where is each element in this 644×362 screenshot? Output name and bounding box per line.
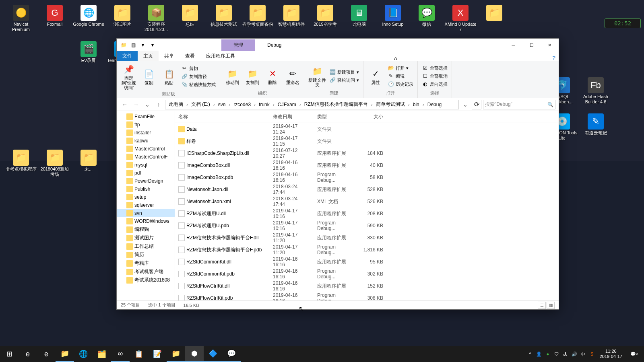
search-input[interactable]: 搜索"Debug"🔍 <box>483 100 555 109</box>
file-row[interactable]: ICSharpCode.SharpZipLib.dll2016-07-12 10… <box>175 147 559 159</box>
breadcrumb-segment[interactable]: bin <box>411 102 421 107</box>
breadcrumb[interactable]: 此电脑›文档 (E:)›svn›rzcode3›trunk›C#Exam›RZM… <box>165 100 459 109</box>
cut-button[interactable]: ✂剪切 <box>180 65 217 72</box>
tray-network-icon[interactable]: 🖧 <box>562 350 569 358</box>
qat-properties-icon[interactable]: ▥ <box>129 41 138 49</box>
tree-item[interactable]: setup <box>117 193 175 201</box>
desktop-icon[interactable]: 📁非考点模拟程序 <box>4 149 38 185</box>
breadcrumb-dropdown[interactable]: ⌄ <box>460 100 470 109</box>
minimize-button[interactable]: ─ <box>504 39 522 51</box>
file-row[interactable]: RZStdCommonKit.pdb2019-04-16 16:16Progra… <box>175 268 559 280</box>
tray-defender-icon[interactable]: 🛡 <box>553 350 560 358</box>
tree-item[interactable]: 简历 <box>117 251 175 259</box>
forward-button[interactable]: → <box>131 100 141 109</box>
file-row[interactable]: RZM信息技术操作题编辑平台F.dll2019-04-17 11:20应用程序扩… <box>175 232 559 244</box>
file-row[interactable]: RZM考试通用U.pdb2019-04-17 10:16Program Debu… <box>175 220 559 232</box>
view-large-icon[interactable]: ▦ <box>547 302 555 309</box>
tree-item[interactable]: 测试图片 <box>117 234 175 242</box>
desktop-icon[interactable]: 📁总结 <box>173 4 207 40</box>
tray-notifications[interactable]: 💬3 <box>626 346 642 362</box>
tray-overflow-icon[interactable]: ^ <box>526 350 534 358</box>
history-button[interactable]: 🕐历史记录 <box>387 80 414 88</box>
desktop-icon[interactable]: GFoxmail <box>38 4 72 40</box>
delete-button[interactable]: ✕删除 <box>264 67 281 85</box>
desktop-icon[interactable]: 💬微信 <box>410 4 444 40</box>
file-row[interactable]: RZM信息技术操作题编辑平台F.pdb2019-04-17 11:20Progr… <box>175 244 559 256</box>
desktop-icon[interactable]: 🖥此电脑 <box>342 4 376 40</box>
taskbar-wechat[interactable]: 💬 <box>222 346 241 362</box>
tree-item[interactable]: ExamFile <box>117 113 175 121</box>
taskbar-app4[interactable]: 📁 <box>167 346 185 362</box>
contextual-tab-manage[interactable]: 管理 <box>221 39 255 51</box>
tree-item[interactable]: 工作总结 <box>117 242 175 251</box>
tree-item[interactable]: PowerDesign <box>117 177 175 185</box>
taskbar-app2[interactable]: 📋 <box>130 346 148 362</box>
pin-quickaccess-button[interactable]: 📌固定到'快速访问' <box>120 63 138 90</box>
maximize-button[interactable]: ☐ <box>522 39 541 51</box>
taskbar-app1[interactable]: 🗂️ <box>93 346 111 362</box>
invertselection-button[interactable]: ◐反向选择 <box>421 80 448 88</box>
help-icon[interactable]: ? <box>552 55 555 61</box>
selectall-button[interactable]: ☑全部选择 <box>421 64 448 72</box>
selectnone-button[interactable]: ☐全部取消 <box>421 72 448 80</box>
breadcrumb-segment[interactable]: Debug <box>426 102 443 107</box>
open-button[interactable]: 📂打开 ▾ <box>387 64 414 72</box>
copy-path-button[interactable]: 🔗复制路径 <box>180 73 217 80</box>
taskbar-edge[interactable]: e <box>37 346 56 362</box>
edit-button[interactable]: ✎编辑 <box>387 72 414 80</box>
col-type[interactable]: 类型 <box>314 111 358 123</box>
breadcrumb-segment[interactable]: 此电脑 <box>167 101 185 108</box>
qat-dropdown-icon[interactable]: ▾ <box>148 41 157 49</box>
tree-item[interactable]: MasterControl <box>117 145 175 153</box>
taskbar-app5[interactable]: ⬢ <box>185 346 204 362</box>
desktop-icon[interactable]: 🎬EV录屏 <box>72 40 105 76</box>
file-row[interactable]: RZStdCommonKit.dll2019-04-16 16:16应用程序扩展… <box>175 256 559 268</box>
desktop-icon[interactable]: 📁测试图片 <box>105 4 139 40</box>
tray-ime-icon[interactable]: 中 <box>580 350 587 358</box>
tree-item[interactable]: ftp <box>117 121 175 129</box>
file-row[interactable]: Newtonsoft.Json.xml2018-03-24 17:44XML 文… <box>175 195 559 208</box>
ribbon-tab-view[interactable]: 查看 <box>180 51 200 61</box>
desktop-icon[interactable]: 📦安装程序2018.4.23... <box>139 4 173 40</box>
paste-shortcut-button[interactable]: 📎粘贴快捷方式 <box>180 81 217 88</box>
tree-item[interactable]: kaowu <box>117 137 175 145</box>
desktop-icon[interactable]: 📁2019省学考 <box>308 4 342 40</box>
breadcrumb-segment[interactable]: 文档 (E:) <box>190 101 212 108</box>
tree-item[interactable]: MasterControlF <box>117 153 175 161</box>
col-name[interactable]: 名称 <box>175 111 270 123</box>
taskbar-visualstudio[interactable]: ∞ <box>111 346 130 362</box>
tree-item[interactable]: installer <box>117 129 175 137</box>
ribbon-tab-share[interactable]: 共享 <box>159 51 180 61</box>
desktop-icon[interactable]: 📁未... <box>72 149 105 185</box>
tray-volume-icon[interactable]: 🔊 <box>571 350 578 358</box>
ribbon-tab-home[interactable]: 主页 <box>138 51 159 61</box>
file-row[interactable]: ImageComboBox.pdb2019-04-16 16:16Program… <box>175 171 559 183</box>
tree-item[interactable]: 考试机客户端 <box>117 267 175 276</box>
desktop-icon[interactable]: 📁信息技术测试 <box>207 4 241 40</box>
tree-item[interactable]: mysql <box>117 161 175 169</box>
taskbar-explorer[interactable]: 📁 <box>56 346 74 362</box>
desktop-icon[interactable]: XXMind 8 Update 7 <box>444 4 477 40</box>
desktop-icon[interactable]: 🌐Google Chrome <box>72 4 105 40</box>
desktop-icon[interactable]: 🟡Navicat Premium <box>4 4 38 40</box>
recent-button[interactable]: ⌄ <box>142 100 152 109</box>
copy-button[interactable]: 📄复制 <box>140 68 158 85</box>
close-button[interactable]: ✕ <box>541 39 559 51</box>
taskbar-app6[interactable]: 🔷 <box>204 346 222 362</box>
desktop-icon[interactable]: 📁20180408新加考场 <box>38 149 72 185</box>
tree-item[interactable]: pdf <box>117 169 175 177</box>
file-row[interactable]: Newtonsoft.Json.dll2018-03-24 17:44应用程序扩… <box>175 183 559 195</box>
file-row[interactable]: RZM考试通用U.dll2019-04-17 10:16应用程序扩展208 KB <box>175 208 559 220</box>
newitem-button[interactable]: 🆕新建项目 ▾ <box>328 68 360 76</box>
view-details-icon[interactable]: ☰ <box>538 302 546 309</box>
file-row[interactable]: RZStdFlowCtrlKit.dll2019-04-16 16:16应用程序… <box>175 280 559 292</box>
taskbar-app3[interactable]: 📝 <box>148 346 167 362</box>
tree-item[interactable]: 考籍库 <box>117 259 175 267</box>
col-date[interactable]: 修改日期 <box>270 111 314 123</box>
easyaccess-button[interactable]: 🔗轻松访问 ▾ <box>328 76 360 84</box>
tree-item[interactable]: svn <box>117 209 175 217</box>
tree-item[interactable]: sqlserver <box>117 201 175 209</box>
folder-tree[interactable]: ExamFileftpinstallerkaowuMasterControlMa… <box>117 111 175 300</box>
desktop-icon[interactable]: ✎有道云笔记 <box>579 113 613 149</box>
tree-item[interactable]: Publish <box>117 185 175 193</box>
